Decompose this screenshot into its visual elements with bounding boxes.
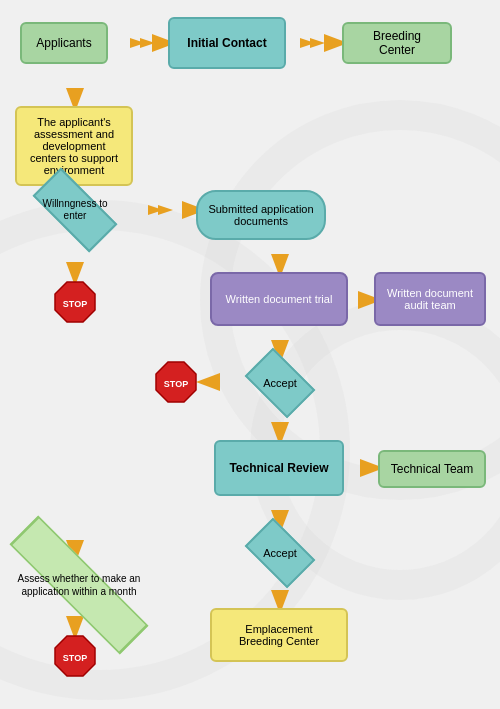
svg-text:STOP: STOP <box>63 653 87 663</box>
assessment-node: The applicant's assessment and developme… <box>15 106 133 186</box>
svg-marker-4 <box>300 38 315 48</box>
svg-marker-9 <box>158 205 173 215</box>
accept2-label: Accept <box>263 547 297 559</box>
accept1-label: Accept <box>263 377 297 389</box>
written-trial-node: Written document trial <box>210 272 348 326</box>
willingness-diamond: Willnngness to enter <box>20 186 130 234</box>
technical-review-node: Technical Review <box>214 440 344 496</box>
svg-marker-2 <box>140 38 155 48</box>
technical-team-label: Technical Team <box>391 462 474 476</box>
applicants-node: Applicants <box>20 22 108 64</box>
svg-text:STOP: STOP <box>63 299 87 309</box>
svg-marker-8 <box>148 205 163 215</box>
applicants-label: Applicants <box>36 36 91 50</box>
assess-month-label: Assess whether to make an application wi… <box>14 572 144 598</box>
breeding-center-node: Breeding Center <box>342 22 452 64</box>
accept1-diamond: Accept <box>236 356 324 410</box>
submitted-docs-node: Submitted application documents <box>196 190 326 240</box>
written-trial-label: Written document trial <box>226 293 333 305</box>
technical-team-node: Technical Team <box>378 450 486 488</box>
stop-sign-3: STOP <box>53 634 97 678</box>
emplacement-label: Emplacement Breeding Center <box>222 623 336 647</box>
stop-sign-1: STOP <box>53 280 97 324</box>
willingness-label: Willnngness to enter <box>30 198 120 222</box>
written-audit-label: Written document audit team <box>386 287 474 311</box>
accept2-diamond: Accept <box>236 526 324 580</box>
stop-sign-2: STOP <box>154 360 198 404</box>
written-audit-node: Written document audit team <box>374 272 486 326</box>
emplacement-node: Emplacement Breeding Center <box>210 608 348 662</box>
submitted-docs-label: Submitted application documents <box>208 203 314 227</box>
initial-contact-label: Initial Contact <box>187 36 266 50</box>
initial-contact-node: Initial Contact <box>168 17 286 69</box>
svg-text:STOP: STOP <box>164 379 188 389</box>
assessment-label: The applicant's assessment and developme… <box>27 116 121 176</box>
breeding-center-label: Breeding Center <box>354 29 440 57</box>
assess-month-node: Assess whether to make an application wi… <box>10 554 148 616</box>
svg-marker-5 <box>310 38 325 48</box>
technical-review-label: Technical Review <box>229 461 328 475</box>
svg-marker-1 <box>130 38 145 48</box>
